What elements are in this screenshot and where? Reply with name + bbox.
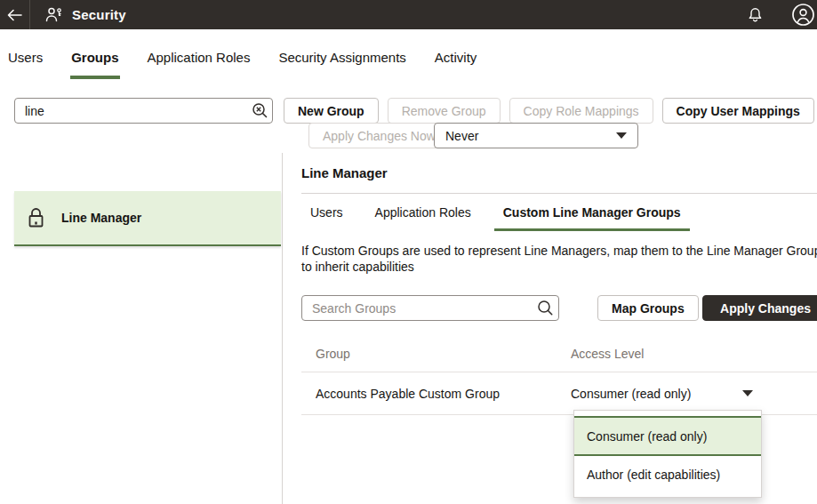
detail-tab-custom-line-manager-groups[interactable]: Custom Line Manager Groups bbox=[494, 194, 690, 231]
groups-search-field bbox=[14, 98, 273, 124]
chevron-down-icon bbox=[616, 132, 627, 139]
search-groups-field bbox=[301, 295, 559, 321]
custom-groups-controls: Map Groups Apply Changes bbox=[301, 295, 817, 322]
column-header-access-level: Access Level bbox=[571, 347, 817, 361]
group-list-panel: Line Manager bbox=[0, 153, 283, 504]
copy-role-mappings-button[interactable]: Copy Role Mappings bbox=[509, 98, 653, 124]
back-arrow-icon bbox=[7, 9, 22, 21]
back-button[interactable] bbox=[0, 0, 30, 29]
apply-schedule-row: Apply Changes Now bbox=[308, 123, 450, 148]
chevron-down-icon bbox=[742, 390, 753, 396]
remove-group-button[interactable]: Remove Group bbox=[388, 98, 501, 124]
copy-user-mappings-button[interactable]: Copy User Mappings bbox=[662, 98, 814, 124]
lock-icon bbox=[27, 207, 45, 228]
schedule-select[interactable]: Never bbox=[434, 123, 638, 148]
access-level-value: Consumer (read only) bbox=[571, 387, 691, 401]
search-icon[interactable] bbox=[532, 300, 558, 316]
table-row: Accounts Payable Custom Group Consumer (… bbox=[301, 372, 817, 415]
search-groups-input[interactable] bbox=[302, 296, 532, 320]
tab-groups[interactable]: Groups bbox=[70, 37, 119, 79]
access-level-dropdown-menu: Consumer (read only) Author (edit capabi… bbox=[573, 410, 762, 498]
schedule-select-value: Never bbox=[445, 129, 478, 143]
tab-activity[interactable]: Activity bbox=[434, 37, 478, 79]
tab-security-assignments[interactable]: Security Assignments bbox=[277, 37, 406, 79]
detail-tab-strip: Users Application Roles Custom Line Mana… bbox=[301, 194, 817, 231]
detail-title: Line Manager bbox=[301, 165, 817, 180]
column-header-group: Group bbox=[301, 347, 571, 361]
group-list-item-line-manager[interactable]: Line Manager bbox=[14, 191, 281, 246]
groups-search-input[interactable] bbox=[15, 99, 247, 123]
clear-search-icon[interactable] bbox=[247, 102, 272, 119]
map-groups-button[interactable]: Map Groups bbox=[597, 295, 699, 321]
user-security-icon bbox=[45, 7, 62, 22]
dropdown-option-consumer[interactable]: Consumer (read only) bbox=[574, 416, 761, 456]
apply-changes-now-button[interactable]: Apply Changes Now bbox=[308, 123, 450, 148]
mapped-groups-table: Group Access Level Accounts Payable Cust… bbox=[301, 345, 817, 415]
group-item-label: Line Manager bbox=[61, 211, 141, 225]
new-group-button[interactable]: New Group bbox=[284, 98, 379, 124]
group-actions-row: New Group Remove Group Copy Role Mapping… bbox=[284, 98, 814, 124]
apply-changes-button[interactable]: Apply Changes bbox=[702, 295, 817, 321]
access-level-cell: Consumer (read only) bbox=[571, 387, 817, 401]
access-level-select[interactable]: Consumer (read only) bbox=[571, 387, 753, 401]
detail-tab-application-roles[interactable]: Application Roles bbox=[366, 194, 480, 231]
custom-groups-description: If Custom Groups are used to represent L… bbox=[301, 243, 817, 275]
group-name-cell: Accounts Payable Custom Group bbox=[301, 387, 571, 401]
page-title: Security bbox=[72, 7, 126, 22]
dropdown-option-author[interactable]: Author (edit capabilities) bbox=[574, 456, 761, 493]
notifications-bell-icon[interactable] bbox=[748, 7, 763, 23]
table-header-row: Group Access Level bbox=[301, 345, 817, 372]
detail-tab-users[interactable]: Users bbox=[301, 194, 352, 231]
tab-users[interactable]: Users bbox=[7, 37, 44, 79]
main-tab-strip: Users Groups Application Roles Security … bbox=[0, 29, 817, 79]
tab-application-roles[interactable]: Application Roles bbox=[147, 37, 252, 79]
user-avatar-icon[interactable] bbox=[791, 3, 815, 27]
security-app-window: Security Users Groups Application Roles … bbox=[0, 0, 817, 504]
app-header: Security bbox=[0, 0, 817, 29]
